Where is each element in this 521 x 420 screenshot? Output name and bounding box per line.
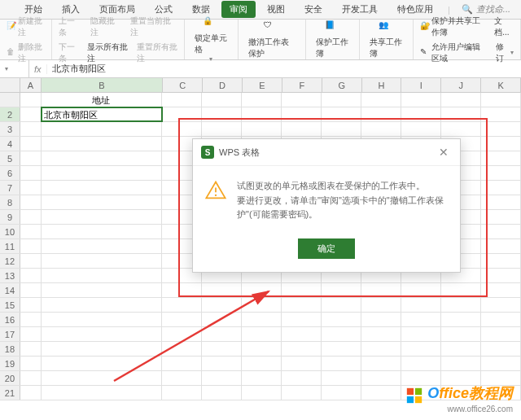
cell[interactable] bbox=[162, 93, 202, 107]
protect-share-button[interactable]: 🔐保护并共享工作簿 bbox=[418, 14, 488, 40]
col-header-g[interactable]: G bbox=[322, 78, 362, 92]
col-header-i[interactable]: I bbox=[401, 78, 441, 92]
reset-all-comments-button[interactable]: 重置所有批注 bbox=[135, 40, 179, 66]
cell[interactable] bbox=[361, 122, 401, 136]
cell[interactable] bbox=[202, 283, 242, 297]
cell[interactable] bbox=[42, 298, 162, 312]
cell[interactable] bbox=[20, 298, 42, 312]
cell[interactable] bbox=[42, 195, 162, 209]
cell[interactable] bbox=[441, 357, 481, 370]
cell[interactable] bbox=[282, 371, 322, 385]
cell[interactable] bbox=[162, 342, 202, 356]
cell[interactable] bbox=[162, 283, 202, 297]
row-header[interactable]: 20 bbox=[0, 371, 20, 385]
cell[interactable] bbox=[20, 225, 42, 238]
cell[interactable] bbox=[20, 166, 42, 180]
cell[interactable] bbox=[481, 181, 521, 195]
row-header[interactable]: 14 bbox=[0, 283, 20, 297]
cell[interactable] bbox=[282, 283, 322, 297]
cell[interactable] bbox=[242, 313, 282, 326]
cell[interactable] bbox=[282, 298, 322, 312]
cell[interactable] bbox=[20, 195, 42, 209]
cell[interactable] bbox=[202, 313, 242, 326]
cell[interactable] bbox=[322, 283, 361, 297]
cell[interactable] bbox=[242, 371, 282, 385]
cell[interactable] bbox=[20, 93, 42, 107]
row-header[interactable]: 13 bbox=[0, 269, 20, 282]
cell[interactable] bbox=[481, 327, 521, 341]
cell[interactable]: 地址 bbox=[42, 93, 162, 107]
cell[interactable] bbox=[401, 93, 441, 107]
cell[interactable] bbox=[441, 327, 481, 341]
cell[interactable] bbox=[162, 298, 202, 312]
cell[interactable] bbox=[242, 327, 282, 341]
cell[interactable] bbox=[361, 371, 401, 385]
col-header-d[interactable]: D bbox=[203, 78, 243, 92]
cell[interactable] bbox=[361, 342, 401, 356]
track-button[interactable]: 文档... bbox=[493, 14, 515, 40]
cell[interactable] bbox=[481, 225, 521, 238]
revise-button[interactable]: 修订▾ bbox=[494, 40, 515, 66]
fx-button[interactable]: fx bbox=[29, 64, 47, 74]
col-header-f[interactable]: F bbox=[282, 78, 322, 92]
cell[interactable] bbox=[441, 122, 481, 136]
cell[interactable] bbox=[481, 298, 521, 312]
cell[interactable] bbox=[42, 122, 162, 136]
col-header-c[interactable]: C bbox=[163, 78, 203, 92]
cell[interactable] bbox=[322, 386, 361, 400]
cell[interactable] bbox=[481, 195, 521, 209]
cell[interactable] bbox=[481, 210, 521, 224]
cell[interactable] bbox=[162, 107, 202, 121]
formula-input[interactable]: 北京市朝阳区 bbox=[47, 63, 521, 75]
cell[interactable] bbox=[322, 327, 361, 341]
cell[interactable] bbox=[202, 357, 242, 370]
cell[interactable] bbox=[322, 371, 361, 385]
cell[interactable] bbox=[42, 210, 162, 224]
cell[interactable] bbox=[42, 283, 162, 297]
cell[interactable] bbox=[481, 342, 521, 356]
row-header[interactable]: 12 bbox=[0, 254, 20, 268]
cell[interactable] bbox=[20, 386, 42, 400]
next-comment-button[interactable]: 下一条 bbox=[57, 40, 81, 66]
prev-comment-button[interactable]: 上一条 bbox=[57, 14, 84, 40]
dialog-ok-button[interactable]: 确定 bbox=[298, 238, 355, 259]
cell[interactable] bbox=[361, 107, 401, 121]
cell[interactable] bbox=[401, 357, 441, 370]
cell[interactable] bbox=[361, 93, 401, 107]
cell[interactable] bbox=[361, 327, 401, 341]
tab-devtools[interactable]: 开发工具 bbox=[334, 1, 386, 18]
cell[interactable] bbox=[441, 93, 481, 107]
cell[interactable] bbox=[401, 327, 441, 341]
cell[interactable] bbox=[202, 386, 242, 400]
cell[interactable] bbox=[202, 93, 242, 107]
cell[interactable] bbox=[20, 371, 42, 385]
cell[interactable] bbox=[481, 93, 521, 107]
row-header[interactable]: 9 bbox=[0, 210, 20, 224]
unprotect-sheet-button[interactable]: 🛡 撤消工作表保护 bbox=[243, 19, 300, 61]
dialog-close-button[interactable]: ✕ bbox=[436, 146, 452, 159]
cell[interactable] bbox=[441, 342, 481, 356]
col-header-b[interactable]: B bbox=[42, 78, 164, 92]
cell[interactable] bbox=[42, 254, 162, 268]
cell[interactable] bbox=[162, 313, 202, 326]
cell[interactable] bbox=[20, 239, 42, 253]
row-header[interactable]: 6 bbox=[0, 166, 20, 180]
cell[interactable] bbox=[42, 137, 162, 151]
col-header-j[interactable]: J bbox=[441, 78, 481, 92]
cell[interactable] bbox=[322, 298, 361, 312]
cell[interactable] bbox=[322, 313, 361, 326]
cell[interactable] bbox=[162, 386, 202, 400]
cell[interactable] bbox=[20, 122, 42, 136]
cell[interactable] bbox=[401, 342, 441, 356]
cell[interactable] bbox=[162, 357, 202, 370]
share-workbook-button[interactable]: 👥 共享工作簿 bbox=[365, 19, 408, 61]
cell[interactable] bbox=[401, 313, 441, 326]
cell[interactable] bbox=[42, 386, 162, 400]
cell[interactable] bbox=[481, 254, 521, 268]
cell[interactable] bbox=[322, 107, 361, 121]
cell[interactable] bbox=[42, 357, 162, 370]
select-all-corner[interactable] bbox=[0, 78, 20, 92]
cell[interactable] bbox=[401, 107, 441, 121]
row-header[interactable]: 18 bbox=[0, 342, 20, 356]
cell[interactable] bbox=[361, 313, 401, 326]
